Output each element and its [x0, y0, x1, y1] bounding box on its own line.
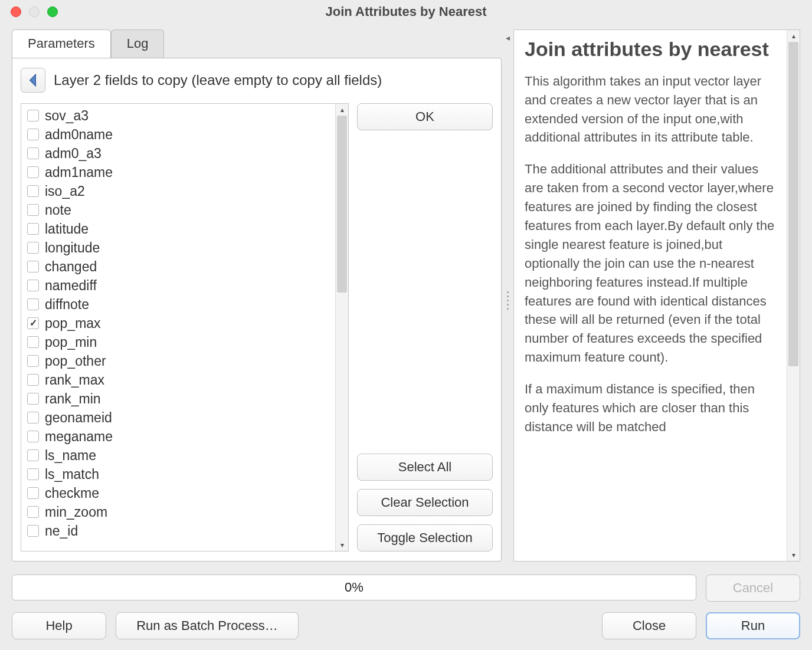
arrow-left-icon	[28, 74, 38, 87]
field-item[interactable]: adm0name	[21, 125, 335, 144]
field-item[interactable]: pop_other	[21, 352, 335, 370]
scrollbar-thumb[interactable]	[337, 116, 347, 293]
field-item[interactable]: adm0_a3	[21, 144, 335, 163]
close-window-icon[interactable]	[11, 6, 21, 17]
field-item[interactable]: geonameid	[21, 408, 335, 427]
field-checkbox[interactable]	[27, 185, 39, 197]
collapse-left-icon[interactable]: ◂	[506, 33, 510, 42]
field-item[interactable]: ne_id	[21, 521, 335, 540]
help-content: Join attributes by nearest This algorith…	[514, 30, 787, 561]
field-checkbox[interactable]	[27, 449, 39, 461]
field-label: latitude	[45, 220, 89, 238]
field-item[interactable]: rank_min	[21, 389, 335, 408]
field-checkbox[interactable]	[27, 393, 39, 405]
window-title: Join Attributes by Nearest	[325, 4, 486, 19]
field-label: rank_max	[45, 371, 104, 389]
field-checkbox[interactable]	[27, 487, 39, 499]
field-label: note	[45, 201, 71, 219]
titlebar: Join Attributes by Nearest	[0, 0, 812, 24]
help-scrollbar[interactable]: ▴ ▾	[787, 30, 800, 561]
field-label: geonameid	[45, 409, 112, 426]
field-checkbox[interactable]	[27, 280, 39, 291]
field-item[interactable]: sov_a3	[21, 106, 335, 125]
ok-button[interactable]: OK	[357, 103, 493, 130]
field-item[interactable]: rank_max	[21, 370, 335, 389]
splitter-grip-icon[interactable]	[507, 291, 509, 310]
field-item[interactable]: min_zoom	[21, 503, 335, 521]
field-item[interactable]: changed	[21, 257, 335, 276]
field-checkbox[interactable]	[27, 204, 39, 216]
field-checkbox[interactable]	[27, 374, 39, 386]
field-checkbox[interactable]	[27, 242, 39, 254]
field-checkbox[interactable]	[27, 355, 39, 367]
field-checkbox[interactable]	[27, 298, 39, 310]
run-batch-button[interactable]: Run as Batch Process…	[116, 612, 299, 639]
close-button[interactable]: Close	[602, 612, 696, 639]
field-checkbox[interactable]	[27, 431, 39, 442]
field-checkbox[interactable]	[27, 525, 39, 537]
field-checkbox[interactable]	[27, 506, 39, 518]
field-label: checkme	[45, 484, 99, 502]
scroll-up-icon[interactable]: ▴	[336, 104, 348, 116]
field-item[interactable]: pop_min	[21, 333, 335, 352]
field-checkbox[interactable]	[27, 336, 39, 348]
field-item[interactable]: iso_a2	[21, 182, 335, 201]
help-paragraph: This algorithm takes an input vector lay…	[525, 72, 776, 147]
param-header: Layer 2 fields to copy (leave empty to c…	[21, 68, 493, 93]
field-label: namediff	[45, 277, 97, 294]
scroll-up-icon[interactable]: ▴	[787, 30, 800, 42]
field-item[interactable]: pop_max	[21, 314, 335, 333]
field-label: sov_a3	[45, 107, 89, 124]
field-item[interactable]: longitude	[21, 238, 335, 257]
main-content: Parameters Log Layer 2 fields to copy (l…	[0, 24, 812, 562]
tab-log[interactable]: Log	[111, 29, 165, 58]
help-button[interactable]: Help	[12, 612, 106, 639]
field-item[interactable]: checkme	[21, 484, 335, 503]
field-item[interactable]: adm1name	[21, 163, 335, 182]
run-button[interactable]: Run	[706, 612, 800, 639]
field-item[interactable]: note	[21, 201, 335, 219]
splitter[interactable]: ◂	[502, 29, 513, 562]
minimize-window-icon[interactable]	[29, 6, 40, 17]
maximize-window-icon[interactable]	[47, 6, 58, 17]
field-label: longitude	[45, 239, 100, 257]
field-list-container: sov_a3adm0nameadm0_a3adm1nameiso_a2notel…	[21, 103, 349, 551]
field-item[interactable]: ls_match	[21, 465, 335, 484]
progress-area: 0% Cancel	[0, 562, 812, 608]
toggle-selection-button[interactable]: Toggle Selection	[357, 524, 493, 551]
field-item[interactable]: latitude	[21, 219, 335, 238]
select-all-button[interactable]: Select All	[357, 454, 493, 481]
progress-text: 0%	[345, 580, 364, 595]
clear-selection-button[interactable]: Clear Selection	[357, 489, 493, 516]
field-item[interactable]: ls_name	[21, 446, 335, 465]
field-label: changed	[45, 258, 97, 275]
back-button[interactable]	[21, 68, 45, 93]
help-paragraph: The additional attributes and their valu…	[525, 160, 776, 367]
field-checkbox[interactable]	[27, 166, 39, 178]
window-controls	[11, 6, 58, 17]
field-checkbox[interactable]	[27, 317, 39, 329]
scrollbar-thumb[interactable]	[788, 42, 798, 366]
field-list[interactable]: sov_a3adm0nameadm0_a3adm1nameiso_a2notel…	[21, 104, 335, 551]
field-list-scrollbar[interactable]: ▴ ▾	[335, 104, 348, 551]
field-checkbox[interactable]	[27, 147, 39, 159]
help-pane: Join attributes by nearest This algorith…	[513, 29, 800, 562]
field-checkbox[interactable]	[27, 468, 39, 480]
field-item[interactable]: namediff	[21, 276, 335, 295]
field-label: pop_min	[45, 333, 97, 351]
field-item[interactable]: diffnote	[21, 295, 335, 314]
field-checkbox[interactable]	[27, 261, 39, 273]
field-label: meganame	[45, 428, 113, 445]
field-label: pop_other	[45, 352, 106, 370]
field-item[interactable]: meganame	[21, 427, 335, 446]
field-checkbox[interactable]	[27, 223, 39, 235]
field-checkbox[interactable]	[27, 129, 39, 140]
field-checkbox[interactable]	[27, 412, 39, 424]
scroll-down-icon[interactable]: ▾	[787, 549, 800, 561]
tab-parameters[interactable]: Parameters	[12, 29, 111, 58]
field-label: rank_min	[45, 390, 101, 408]
tab-bar: Parameters Log	[12, 29, 502, 58]
param-row: sov_a3adm0nameadm0_a3adm1nameiso_a2notel…	[21, 103, 493, 551]
field-checkbox[interactable]	[27, 110, 39, 122]
scroll-down-icon[interactable]: ▾	[336, 539, 348, 551]
